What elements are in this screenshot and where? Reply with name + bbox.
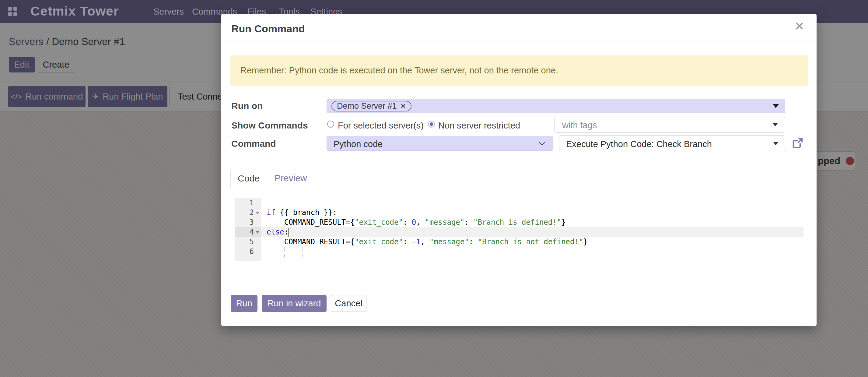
- fold-arrow-icon[interactable]: [256, 212, 259, 214]
- radio-for-selected-servers-label[interactable]: For selected server(s): [338, 121, 424, 130]
- line-number: 5: [250, 237, 254, 246]
- with-tags-select[interactable]: with tags: [555, 117, 785, 133]
- divider: [221, 41, 816, 41]
- screen: Servers / Demo Server #1 Edit Create </>…: [0, 0, 868, 377]
- command-select[interactable]: Execute Python Code: Check Branch: [559, 135, 785, 151]
- command-type-select[interactable]: Python code: [327, 136, 553, 151]
- run-command-modal: Run Command ✕ Remember: Python code is e…: [221, 14, 816, 326]
- run-on-select[interactable]: Demo Server #1 ✕: [327, 99, 785, 113]
- radio-for-selected-servers[interactable]: [327, 121, 334, 127]
- open-record-icon[interactable]: [792, 137, 804, 149]
- radio-non-server-restricted[interactable]: [428, 121, 435, 127]
- warning-alert-text: Remember: Python code is executed on the…: [241, 65, 558, 76]
- run-on-label: Run on: [231, 101, 262, 111]
- line-number: 3: [250, 218, 254, 227]
- show-commands-label: Show Commands: [231, 120, 308, 130]
- code-line: COMMAND_RESULT={"exit_code": -1, "messag…: [267, 237, 588, 246]
- code-line: else:: [267, 227, 588, 237]
- text-cursor: [288, 228, 289, 237]
- code-line: [267, 198, 588, 208]
- with-tags-caret-icon: [773, 123, 778, 126]
- command-type-value: Python code: [334, 139, 382, 149]
- command-label: Command: [231, 139, 276, 149]
- with-tags-placeholder: with tags: [562, 120, 597, 130]
- run-in-wizard-button[interactable]: Run in wizard: [262, 295, 327, 312]
- tab-preview[interactable]: Preview: [275, 173, 307, 183]
- apps-menu-icon[interactable]: [8, 7, 18, 17]
- warning-alert: Remember: Python code is executed on the…: [230, 55, 808, 86]
- divider: [230, 187, 807, 187]
- code-lines: if {{ branch }}: COMMAND_RESULT={"exit_c…: [267, 198, 588, 256]
- nav-item-servers[interactable]: Servers: [153, 7, 184, 17]
- close-icon[interactable]: ✕: [794, 19, 804, 33]
- line-number: 2: [250, 208, 254, 217]
- command-type-chevron-icon: [539, 140, 545, 146]
- code-line: COMMAND_RESULT={"exit_code": 0, "message…: [267, 218, 588, 227]
- brand-logo[interactable]: Cetmix Tower: [30, 4, 119, 19]
- run-button[interactable]: Run: [231, 295, 257, 312]
- modal-title: Run Command: [231, 23, 305, 35]
- tab-code[interactable]: Code: [230, 169, 267, 187]
- line-number: 6: [250, 247, 254, 256]
- command-caret-icon: [773, 142, 778, 145]
- command-value: Execute Python Code: Check Branch: [566, 139, 712, 149]
- code-editor[interactable]: 123456 if {{ branch }}: COMMAND_RESULT={…: [230, 196, 807, 279]
- indent-guide: [302, 247, 303, 257]
- code-line: if {{ branch }}:: [267, 208, 588, 218]
- line-number: 1: [250, 199, 254, 207]
- server-tag-label: Demo Server #1: [337, 102, 397, 111]
- remove-tag-icon[interactable]: ✕: [401, 102, 406, 110]
- server-tag: Demo Server #1 ✕: [332, 101, 411, 112]
- run-on-caret-icon: [773, 104, 779, 108]
- cancel-button[interactable]: Cancel: [331, 295, 366, 312]
- code-line: [267, 246, 588, 256]
- radio-non-server-restricted-label[interactable]: Non server restricted: [438, 121, 520, 130]
- indent-guide: [284, 247, 285, 257]
